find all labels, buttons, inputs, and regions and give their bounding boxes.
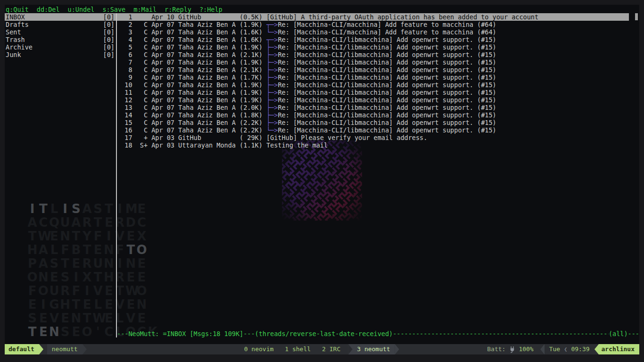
neomutt-help-bar: q:Quitdd:Delu:Undels:Savem:Mailr:Reply?:… — [6, 6, 231, 13]
mail-row-15[interactable]: 15 C Apr 07 Taha Aziz Ben A (2.2K) ├─>Re… — [117, 119, 629, 126]
mail-subject: Re: [Macchina-CLI/libmacchina] Add openw… — [278, 104, 496, 111]
mail-row-meta: 16 C Apr 07 Taha Aziz Ben A (2.2K) — [117, 126, 266, 134]
wordclock-letter: U — [92, 257, 103, 271]
wordclock-letter: V — [92, 284, 103, 298]
wordclock-letter: I — [38, 298, 49, 312]
mail-subject: Re: [Macchina-CLI/libmacchina] Add openw… — [278, 36, 496, 43]
mail-row-8[interactable]: 8 C Apr 07 Taha Aziz Ben A (2.1K) ├─>Re:… — [117, 66, 629, 74]
mail-row-11[interactable]: 11 C Apr 07 Taha Aziz Ben A (1.9K) ├─>Re… — [117, 89, 629, 96]
menu-item-undelete[interactable]: u:Undel — [68, 6, 95, 13]
mail-row-meta: 1 Apr 10 GitHub (0.5K) — [117, 13, 266, 21]
mail-row-10[interactable]: 10 C Apr 07 Taha Aziz Ben A (1.9K) ├─>Re… — [117, 81, 629, 89]
wordclock-letter: E — [136, 202, 147, 216]
mail-subject: Re: [Macchina-CLI/libmacchina] Add openw… — [278, 74, 496, 81]
power-plug-icon — [509, 344, 515, 354]
menu-item-reply[interactable]: r:Reply — [165, 6, 191, 13]
mail-row-18[interactable]: 18 S+ Apr 03 Uttarayan Monda (1.1K) Test… — [117, 141, 629, 149]
mail-row-12[interactable]: 12 C Apr 07 Taha Aziz Ben A (1.9K) ├─>Re… — [117, 96, 629, 104]
sidebar-mailbox-junk[interactable]: Junk[0] — [5, 51, 116, 58]
wordclock-row-5: PASTERUNINE — [27, 257, 158, 271]
hostname: archlinux — [599, 344, 639, 354]
wordclock-row-2: ACQUARTERDC — [27, 216, 158, 230]
thread-tree-icon: ├─> — [266, 89, 278, 96]
mail-row-5[interactable]: 5 C Apr 07 Taha Aziz Ben A (1.9K) ├─>Re:… — [117, 43, 629, 51]
tmux-session-name[interactable]: default — [5, 344, 39, 354]
sidebar-mailbox-drafts[interactable]: Drafts[0] — [5, 21, 116, 28]
sidebar-mailbox-trash[interactable]: Trash[0] — [5, 36, 116, 43]
wordclock-letter: F — [27, 284, 38, 298]
wordclock-letter: X — [136, 230, 147, 243]
sidebar-mailbox-archive[interactable]: Archive[0] — [5, 43, 116, 51]
wordclock-letter: V — [49, 312, 59, 325]
mailbox-name: Drafts — [6, 21, 29, 28]
menu-item-mail[interactable]: m:Mail — [133, 6, 157, 13]
mail-row-3[interactable]: 3 C Apr 07 Taha Aziz Ben A (1.6K) └─>Re:… — [117, 28, 629, 36]
mail-row-13[interactable]: 13 C Apr 07 Taha Aziz Ben A (2.0K) ├─>Re… — [117, 104, 629, 111]
wordclock-letter: E — [136, 312, 147, 325]
mail-row-2[interactable]: 2 C Apr 07 Taha Aziz Ben A (1.9K) ┬─>Re:… — [117, 21, 629, 28]
tmux-pane-title: neomutt — [47, 344, 83, 354]
tmux-window-active-segment: 3 neomutt — [348, 344, 395, 354]
wordclock-letter: L — [92, 298, 103, 312]
mail-row-14[interactable]: 14 C Apr 07 Taha Aziz Ben A (1.8K) ├─>Re… — [117, 111, 629, 119]
tmux-window-IRC[interactable]: 2 IRC — [316, 344, 346, 354]
wordclock-letter: E — [49, 230, 59, 243]
maze-wallpaper-pattern — [282, 140, 362, 221]
menu-item-quit[interactable]: q:Quit — [6, 6, 29, 13]
wordclock-row-3: TWENTYFIVEX — [27, 230, 158, 243]
mail-row-7[interactable]: 7 C Apr 07 Taha Aziz Ben A (1.9K) ├─>Re:… — [117, 58, 629, 66]
wordclock-letter: I — [82, 284, 92, 298]
wordclock-letter: O — [38, 284, 49, 298]
wordclock-wallpaper: ITLISASTIMEACQUARTERDCTWENTYFIVEXHALFBTE… — [27, 202, 158, 339]
wordclock-letter: T — [27, 230, 38, 243]
mailbox-name: Sent — [6, 28, 21, 36]
mail-row-meta: 5 C Apr 07 Taha Aziz Ben A (1.9K) — [117, 43, 266, 51]
mail-row-1[interactable]: 1 Apr 10 GitHub (0.5K) [GitHub] A third-… — [117, 13, 629, 21]
wordclock-letter: O — [27, 271, 38, 284]
mail-row-17[interactable]: 17 + Apr 03 GitHub ( 29K) [GitHub] Pleas… — [117, 134, 629, 141]
wordclock-letter: C — [38, 216, 49, 230]
mail-row-4[interactable]: 4 C Apr 07 Taha Aziz Ben A (1.6K) ┬─>Re:… — [117, 36, 629, 43]
mail-row-meta: 13 C Apr 07 Taha Aziz Ben A (2.0K) — [117, 104, 266, 111]
wordclock-letter: B — [71, 243, 82, 257]
mail-subject: Re: [Macchina-CLI/libmacchina] Add openw… — [278, 89, 496, 96]
wordclock-letter: O — [82, 325, 92, 339]
powerline-arrow-icon — [395, 344, 399, 354]
mail-row-9[interactable]: 9 C Apr 07 Taha Aziz Ben A (1.7K) ├─>Re:… — [117, 74, 629, 81]
mail-row-meta: 12 C Apr 07 Taha Aziz Ben A (1.9K) — [117, 96, 266, 104]
sidebar-mailbox-sent[interactable]: Sent[0] — [5, 28, 116, 36]
mailbox-name: Trash — [6, 36, 25, 43]
thread-tree-icon: ├─> — [266, 104, 278, 111]
wordclock-letter: W — [125, 284, 136, 298]
wordclock-letter: O — [136, 284, 147, 298]
mail-row-16[interactable]: 16 C Apr 07 Taha Aziz Ben A (2.2K) └─>Re… — [117, 126, 629, 134]
wordclock-letter: N — [60, 230, 71, 243]
chevron-left-icon: ❮ — [564, 344, 567, 354]
mail-row-meta: 18 S+ Apr 03 Uttarayan Monda (1.1K) — [117, 141, 266, 149]
wordclock-letter: T — [71, 230, 82, 243]
menu-item-help[interactable]: ?:Help — [199, 6, 223, 13]
wordclock-letter: N — [125, 257, 136, 271]
mail-row-meta: 8 C Apr 07 Taha Aziz Ben A (2.1K) — [117, 66, 266, 74]
wordclock-letter: A — [71, 216, 82, 230]
wordclock-letter: T — [71, 298, 82, 312]
scrollbar-thumb[interactable] — [635, 13, 638, 20]
tmux-window-shell[interactable]: 1 shell — [279, 344, 316, 354]
wordclock-letter: U — [49, 284, 59, 298]
tmux-window-neomutt[interactable]: 3 neomutt — [352, 344, 395, 354]
thread-tree-icon: ├─> — [266, 111, 278, 119]
menu-item-save[interactable]: s:Save — [102, 6, 125, 13]
wordclock-letter: G — [49, 298, 59, 312]
thread-tree-icon: └─> — [266, 126, 278, 134]
tmux-window-list: 0 neovim1 shell2 IRC3 neomutt — [239, 344, 399, 354]
mail-row-6[interactable]: 6 C Apr 07 Taha Aziz Ben A (2.1K) ├─>Re:… — [117, 51, 629, 58]
wordclock-letter: T — [125, 243, 136, 257]
mailbox-count: [0] — [103, 36, 115, 43]
menu-item-delete[interactable]: dd:Del — [37, 6, 60, 13]
wordclock-letter: E — [60, 312, 71, 325]
mailbox-name: Junk — [6, 51, 21, 58]
wordclock-letter: T — [38, 202, 49, 216]
tmux-window-neovim[interactable]: 0 neovim — [239, 344, 280, 354]
sidebar-mailbox-inbox[interactable]: INBOX[0] — [5, 13, 116, 21]
wordclock-letter: A — [38, 243, 49, 257]
